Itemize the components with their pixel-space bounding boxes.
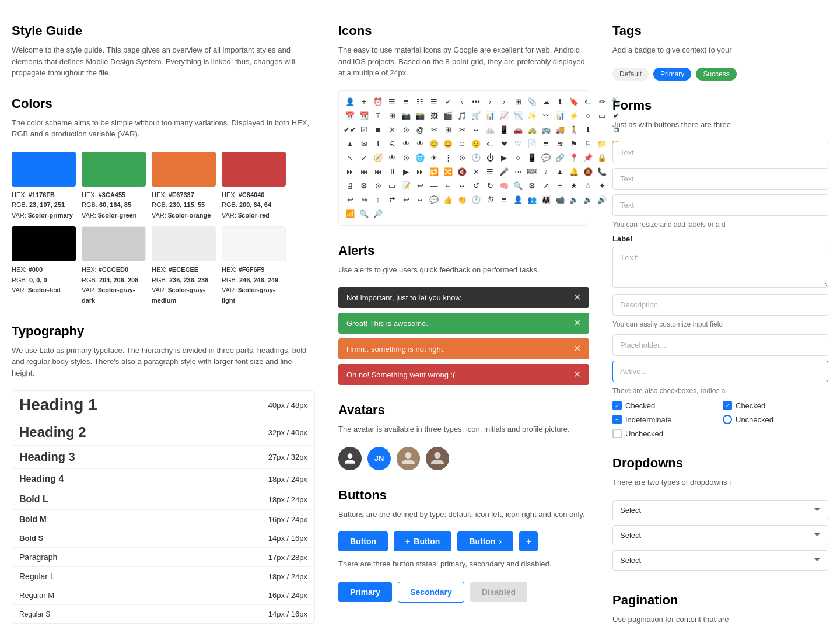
icon-cloud: ☁ [540, 96, 552, 108]
style-guide-title: Style Guide [12, 23, 315, 38]
icon-clock2: ⏱ [484, 194, 496, 206]
icon-mail: ✉ [358, 138, 370, 150]
color-swatch-orange: HEX: #E67337RGB: 230, 115, 55VAR: $color… [152, 152, 216, 221]
button-icon-right[interactable]: Button › [457, 531, 513, 551]
style-guide-desc: Welcome to the style guide. This page gi… [12, 44, 315, 79]
icon-refresh: ↺ [470, 180, 482, 192]
typo-label-h1: Heading 1 [19, 396, 97, 414]
button-primary-state[interactable]: Primary [338, 582, 392, 602]
icon-at: @ [414, 124, 426, 136]
forms-textarea-desc: You can resize and add labels or a d [612, 220, 828, 229]
icon-pin: 📍 [568, 152, 580, 164]
dropdown-3[interactable]: Select [612, 550, 828, 570]
alert-red: Oh no! Something went wrong :( ✕ [338, 364, 589, 385]
button-icon-left[interactable]: + Button [394, 531, 452, 551]
button-default[interactable]: Button [338, 531, 388, 551]
color-info-gray-dark: HEX: #CCCED0RGB: 204, 206, 208VAR: $colo… [82, 265, 146, 306]
color-info-orange: HEX: #E67337RGB: 230, 115, 55VAR: $color… [152, 190, 216, 221]
icon-wifi: 📶 [344, 208, 356, 220]
typo-size-para: 17px / 28px [268, 553, 307, 562]
icon-align-justify: ☰ [428, 96, 440, 108]
icon-radio: ⊙ [400, 124, 412, 136]
button-secondary-state[interactable]: Secondary [398, 582, 464, 603]
alert-green: Great! This is awesome. ✕ [338, 313, 589, 334]
icon-globe: 🌐 [414, 152, 426, 164]
form-description-field[interactable] [612, 294, 828, 316]
tags-desc: Add a badge to give context to your [612, 44, 828, 56]
checkbox-icon-checked-blue[interactable]: ✓ [612, 401, 622, 410]
avatars-title: Avatars [338, 402, 589, 418]
icon-square: ■ [372, 124, 384, 136]
avatar-initials: JN [368, 447, 391, 470]
icon-checkbox: ☑ [358, 124, 370, 136]
icon-expand: ⤢ [358, 152, 370, 164]
icon-nav: ▲ [554, 166, 566, 178]
radio-icon-unchecked[interactable] [723, 415, 732, 424]
color-box-green [82, 152, 146, 187]
alert-dark-close[interactable]: ✕ [573, 293, 581, 302]
icon-arrows: ↔ [456, 180, 468, 192]
color-swatch-primary: HEX: #1176FBRGB: 23, 107, 251VAR: $color… [12, 152, 76, 221]
checkbox-icon-unchecked[interactable] [612, 429, 622, 438]
color-box-gray-light [222, 226, 286, 261]
button-disabled-state: Disabled [470, 582, 527, 602]
icon-heart2: ♡ [512, 138, 524, 150]
typo-label-reg-l: Regular L [19, 572, 55, 581]
icons-middle-title: Icons [338, 23, 589, 38]
alert-red-close[interactable]: ✕ [573, 370, 581, 379]
icon-repeat: 🔁 [428, 166, 440, 178]
typo-row-h2: Heading 2 32px / 40px [12, 419, 314, 446]
icon-rect2: ▭ [386, 180, 398, 192]
avatars-desc: The avatar is available in three types: … [338, 424, 589, 435]
buttons-desc: Buttons are pre-defined by type: default… [338, 509, 589, 520]
avatar-icon [338, 447, 362, 470]
form-active-input[interactable] [612, 360, 828, 382]
form-input-2[interactable] [612, 168, 828, 190]
tag-primary: Primary [653, 68, 691, 80]
icon-cut: ✂ [456, 124, 468, 136]
form-placeholder-input[interactable] [612, 334, 828, 356]
icon-double-check: ✔✔ [344, 124, 356, 136]
typo-row-para: Paragraph 17px / 28px [12, 548, 314, 567]
typo-size-h4: 18px / 24px [268, 475, 307, 484]
icon-curve: ↩ [414, 180, 426, 192]
checkbox-icon-checked-dark[interactable]: ✓ [723, 401, 732, 410]
icon-gear: ⚙ [526, 180, 538, 192]
icon-skip-back: ⏮ [372, 166, 384, 178]
plus-icon: + [405, 537, 410, 546]
typo-row-reg-s: Regular S 14px / 16px [12, 605, 314, 623]
icon-message: 💬 [540, 152, 552, 164]
color-swatch-gray-light: HEX: #F6F6F9RGB: 246, 246, 249VAR: $colo… [222, 226, 286, 306]
form-textarea[interactable] [612, 247, 828, 288]
icon-video: ▶ [498, 152, 510, 164]
form-input-3[interactable] [612, 194, 828, 216]
dropdown-2[interactable]: Select [612, 525, 828, 545]
icon-time: 🕐 [470, 194, 482, 206]
button-icon-only[interactable]: + [519, 531, 538, 551]
icon-divider: ÷ [554, 180, 566, 192]
icon-brain: 🧠 [498, 180, 510, 192]
plus-icon-only: + [526, 537, 531, 546]
icon-person: 👤 [344, 96, 356, 108]
checkbox-icon-indeterminate[interactable]: − [612, 415, 622, 424]
icon-star2: ☆ [582, 180, 594, 192]
icon-x: ✕ [386, 124, 398, 136]
icon-align-right: ☷ [414, 96, 426, 108]
alert-orange-close[interactable]: ✕ [573, 344, 581, 354]
color-swatches-row2: HEX: #000RGB: 0, 0, 0VAR: $color-text HE… [12, 226, 315, 306]
icon-list2: ≡ [540, 138, 552, 150]
icon-menu: ≡ [498, 194, 510, 206]
typo-size-h3: 27px / 32px [268, 453, 307, 461]
icon-euro: € [386, 138, 398, 150]
icon-tag: 🏷 [582, 96, 594, 108]
icon-circle3: ○ [512, 152, 524, 164]
icon-pin2: 📌 [582, 152, 594, 164]
dropdown-1[interactable]: Select [612, 500, 828, 520]
icon-flag: ⚑ [568, 138, 580, 150]
form-input-1[interactable] [612, 142, 828, 163]
icon-note: 📝 [400, 180, 412, 192]
icon-camera2: 📸 [414, 110, 426, 123]
icon-frown: 😟 [470, 138, 482, 150]
alert-green-close[interactable]: ✕ [573, 318, 581, 328]
color-swatch-gray-dark: HEX: #CCCED0RGB: 204, 206, 208VAR: $colo… [82, 226, 146, 306]
